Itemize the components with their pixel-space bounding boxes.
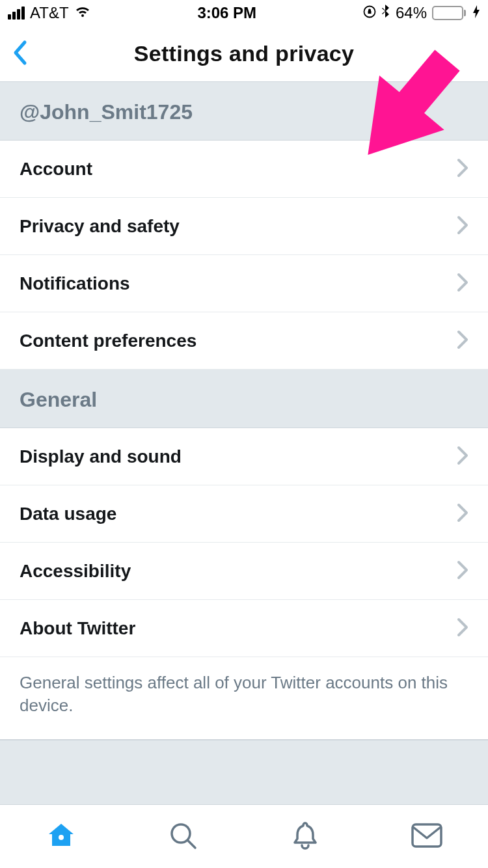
row-content-preferences[interactable]: Content preferences [0,312,488,370]
row-data-usage[interactable]: Data usage [0,485,488,543]
row-label: Notifications [20,273,130,294]
tab-bar [0,804,488,868]
row-label: Accessibility [20,561,131,582]
row-label: Content preferences [20,331,197,351]
signal-icon [8,7,25,20]
chevron-right-icon [457,617,468,640]
charging-icon [472,5,480,22]
mail-icon [411,822,443,851]
nav-header: Settings and privacy [0,26,488,82]
battery-icon [432,6,466,20]
row-accessibility[interactable]: Accessibility [0,543,488,600]
status-time: 3:06 PM [197,4,256,22]
chevron-right-icon [457,503,468,525]
back-button[interactable] [12,40,27,68]
tab-messages[interactable] [366,805,489,868]
bluetooth-icon [381,4,390,22]
row-privacy-safety[interactable]: Privacy and safety [0,198,488,255]
status-left: AT&T [8,4,91,22]
group-user: Account Privacy and safety Notifications… [0,141,488,370]
search-icon [168,821,198,853]
battery-pct: 64% [396,4,427,22]
svg-point-1 [59,835,64,840]
bell-icon [291,821,319,853]
section-header-general: General [0,370,488,428]
chevron-right-icon [457,330,468,352]
row-label: Account [20,159,92,180]
chevron-right-icon [457,273,468,295]
tab-notifications[interactable] [244,805,366,868]
tab-home[interactable] [0,805,122,868]
row-label: About Twitter [20,618,135,639]
status-bar: AT&T 3:06 PM 64% [0,0,488,26]
row-display-sound[interactable]: Display and sound [0,428,488,485]
row-label: Data usage [20,504,116,524]
bottom-spacer [0,740,488,804]
row-notifications[interactable]: Notifications [0,255,488,312]
tab-search[interactable] [122,805,245,868]
status-right: 64% [363,4,480,22]
page-title: Settings and privacy [134,41,355,66]
svg-rect-4 [413,824,441,847]
home-icon [46,821,76,852]
row-label: Display and sound [20,446,182,467]
orientation-lock-icon [363,4,376,22]
user-handle: @John_Smit1725 [20,100,468,124]
row-label: Privacy and safety [20,216,180,237]
svg-line-3 [188,841,195,848]
section-header-user: @John_Smit1725 [0,82,488,141]
group-general: Display and sound Data usage Accessibili… [0,428,488,657]
carrier-label: AT&T [30,4,69,22]
row-about-twitter[interactable]: About Twitter [0,600,488,657]
row-account[interactable]: Account [0,141,488,198]
general-footnote: General settings affect all of your Twit… [0,657,488,740]
section-title: General [20,388,468,412]
chevron-right-icon [457,158,468,180]
chevron-right-icon [457,446,468,468]
chevron-right-icon [457,215,468,237]
chevron-right-icon [457,560,468,582]
wifi-icon [74,4,91,22]
